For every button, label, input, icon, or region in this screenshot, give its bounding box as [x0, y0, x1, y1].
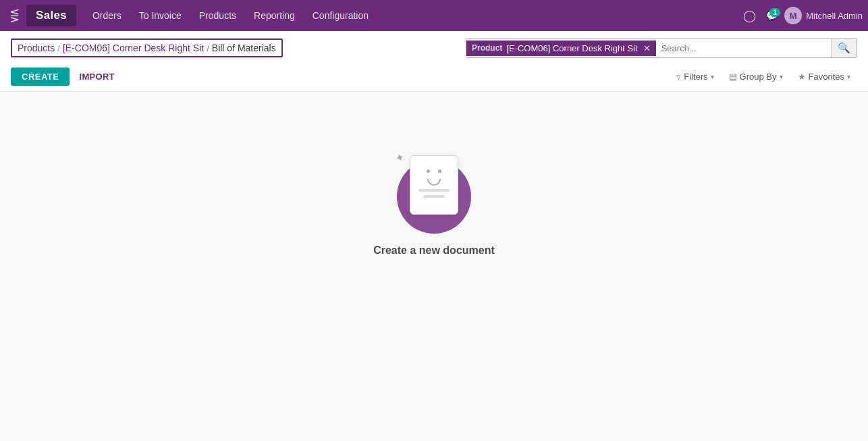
- nav-configuration[interactable]: Configuration: [304, 6, 377, 25]
- sparkle-icon: ✦: [394, 150, 406, 165]
- user-name: Mitchell Admin: [806, 11, 863, 21]
- filters-button[interactable]: ▿ Filters ▾: [670, 68, 720, 85]
- search-tag-label: Product: [472, 43, 502, 53]
- favorites-dropdown-arrow: ▾: [847, 73, 850, 80]
- user-menu[interactable]: M Mitchell Admin: [784, 7, 863, 24]
- empty-illustration: ✦: [390, 146, 478, 234]
- import-button[interactable]: IMPORT: [76, 68, 117, 86]
- groupby-button[interactable]: ▤ Group By ▾: [722, 68, 790, 85]
- doc-eye-left: [427, 170, 430, 173]
- breadcrumb-product-name[interactable]: [E-COM06] Corner Desk Right Sit: [63, 43, 204, 53]
- search-tag-value: [E-COM06] Corner Desk Right Sit: [506, 43, 637, 53]
- doc-smile: [427, 179, 441, 186]
- nav-products[interactable]: Products: [191, 6, 244, 25]
- create-button[interactable]: CREATE: [11, 68, 70, 86]
- filter-icon: ▿: [676, 72, 681, 82]
- doc-line-2: [423, 195, 445, 198]
- breadcrumb-sep-1: /: [57, 43, 60, 53]
- main-content: ✦ Create a new document: [0, 92, 868, 416]
- empty-doc: [410, 155, 458, 215]
- nav-reporting[interactable]: Reporting: [246, 6, 303, 25]
- toolbar-row: CREATE IMPORT ▿ Filters ▾ ▤ Group By ▾ ★…: [11, 62, 857, 91]
- empty-message: Create a new document: [373, 244, 495, 257]
- action-bar: Products / [E-COM06] Corner Desk Right S…: [0, 31, 868, 92]
- doc-eye-right: [438, 170, 441, 173]
- help-icon[interactable]: ◯: [740, 5, 759, 26]
- topbar: ⋚ Sales Orders To Invoice Products Repor…: [0, 0, 868, 31]
- notifications-icon[interactable]: 💬 1: [766, 10, 778, 21]
- groupby-dropdown-arrow: ▾: [780, 73, 783, 80]
- search-input[interactable]: [656, 41, 831, 56]
- empty-state: ✦ Create a new document: [373, 146, 495, 257]
- favorites-button[interactable]: ★ Favorites ▾: [791, 68, 857, 85]
- search-tag: Product [E-COM06] Corner Desk Right Sit …: [466, 41, 656, 56]
- breadcrumb-row: Products / [E-COM06] Corner Desk Right S…: [11, 38, 857, 58]
- breadcrumb-products[interactable]: Products: [18, 43, 55, 53]
- top-nav: Orders To Invoice Products Reporting Con…: [84, 6, 737, 25]
- filter-group: ▿ Filters ▾ ▤ Group By ▾ ★ Favorites ▾: [670, 68, 857, 85]
- brand-logo[interactable]: Sales: [26, 5, 76, 26]
- nav-to-invoice[interactable]: To Invoice: [131, 6, 190, 25]
- filters-dropdown-arrow: ▾: [711, 73, 714, 80]
- nav-orders[interactable]: Orders: [84, 6, 130, 25]
- search-tag-close[interactable]: ✕: [643, 43, 651, 53]
- favorites-icon: ★: [798, 72, 806, 82]
- search-button[interactable]: 🔍: [831, 38, 857, 57]
- groupby-icon: ▤: [729, 72, 737, 82]
- favorites-label: Favorites: [809, 72, 844, 82]
- avatar: M: [784, 7, 802, 24]
- filters-label: Filters: [684, 72, 707, 82]
- grid-icon[interactable]: ⋚: [5, 4, 24, 27]
- breadcrumb-sep-2: /: [207, 43, 209, 53]
- doc-line-1: [418, 189, 450, 192]
- notif-badge: 1: [769, 8, 780, 17]
- doc-face: [427, 170, 441, 173]
- topbar-right: ◯ 💬 1 M Mitchell Admin: [740, 5, 863, 26]
- breadcrumb: Products / [E-COM06] Corner Desk Right S…: [11, 38, 283, 57]
- breadcrumb-current: Bill of Materials: [212, 43, 276, 53]
- search-area: Product [E-COM06] Corner Desk Right Sit …: [466, 38, 857, 58]
- groupby-label: Group By: [740, 72, 777, 82]
